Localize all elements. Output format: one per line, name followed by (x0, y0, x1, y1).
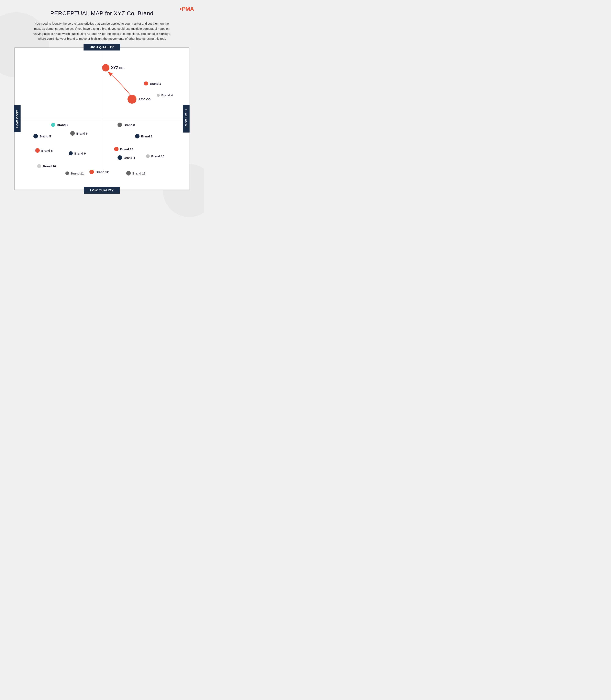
brand-circle-brand11 (65, 171, 69, 175)
brand-dot-xyz-target: XYZ co. (102, 64, 124, 72)
brand-label-xyz-current: XYZ co. (138, 97, 151, 102)
page-title: PERCEPTUAL MAP for XYZ Co. Brand (12, 10, 191, 17)
brand-dot-brand4-top: Brand 4 (157, 93, 173, 97)
brand-dot-brand1: Brand 1 (144, 81, 161, 86)
brand-label-brand4-bottom: Brand 4 (124, 156, 135, 159)
brand-dot-brand2: Brand 2 (135, 134, 152, 138)
pma-logo: PMA (180, 6, 194, 12)
brand-circle-brand12 (89, 170, 94, 174)
brand-label-brand6: Brand 6 (41, 149, 53, 152)
brand-dot-brand13: Brand 13 (114, 147, 133, 151)
brand-label-brand12: Brand 12 (95, 170, 108, 174)
brand-circle-brand6 (35, 148, 40, 153)
brand-dot-xyz-current: XYZ co. (128, 95, 151, 104)
brand-label-brand16: Brand 16 (132, 172, 145, 175)
brand-circle-brand7 (51, 123, 55, 127)
brand-dot-brand6: Brand 6 (35, 148, 53, 153)
brand-label-brand11: Brand 11 (71, 172, 84, 175)
brand-dot-brand7: Brand 7 (51, 123, 68, 127)
brand-label-xyz-target: XYZ co. (111, 66, 124, 70)
brand-circle-brand13 (114, 147, 119, 151)
description-text: You need to identify the core characteri… (33, 21, 171, 41)
brand-circle-brand16 (126, 171, 131, 176)
brand-dot-brand11: Brand 11 (65, 171, 84, 175)
brand-circle-xyz-target (102, 64, 109, 72)
brand-label-brand1: Brand 1 (150, 82, 161, 85)
brand-circle-brand15 (146, 154, 150, 158)
perceptual-map: HIGH QUALITY LOW QUALITY LOW COST HIGH C… (14, 47, 190, 190)
brand-circle-brand8-left (70, 131, 75, 136)
brand-circle-brand9 (69, 151, 73, 155)
brand-label-brand5: Brand 5 (40, 135, 51, 138)
brand-dot-brand12: Brand 12 (89, 170, 108, 174)
brand-label-brand2: Brand 2 (141, 135, 152, 138)
brand-circle-brand5 (33, 134, 38, 138)
brand-circle-brand8-right (118, 123, 122, 127)
brand-circle-brand10 (37, 164, 41, 168)
brand-dot-brand15: Brand 15 (146, 154, 164, 158)
brand-dot-brand8-right: Brand 8 (118, 123, 135, 127)
brand-circle-brand4-bottom (118, 155, 122, 160)
axis-right-label: HIGH COST (183, 105, 190, 133)
brand-dot-brand5: Brand 5 (33, 134, 51, 138)
brand-label-brand8-right: Brand 8 (124, 123, 135, 127)
brand-label-brand15: Brand 15 (151, 154, 164, 158)
brand-label-brand7: Brand 7 (57, 123, 68, 127)
brand-circle-xyz-current (128, 95, 136, 104)
brand-circle-brand1 (144, 81, 148, 86)
brand-circle-brand4-top (157, 94, 160, 97)
axis-left-label: LOW COST (14, 105, 20, 132)
brand-label-brand10: Brand 10 (43, 165, 56, 168)
brand-dot-brand9: Brand 9 (69, 151, 86, 155)
brand-dot-brand16: Brand 16 (126, 171, 145, 176)
axis-bottom-label: LOW QUALITY (84, 187, 120, 194)
brand-label-brand8-left: Brand 8 (76, 132, 88, 135)
brand-label-brand4-top: Brand 4 (161, 93, 173, 97)
map-box: XYZ co.XYZ co.Brand 1Brand 4Brand 7Brand… (14, 47, 190, 190)
brand-dot-brand10: Brand 10 (37, 164, 56, 168)
brand-label-brand9: Brand 9 (74, 152, 86, 155)
brand-dot-brand4-bottom: Brand 4 (118, 155, 135, 160)
brand-circle-brand2 (135, 134, 139, 138)
axis-top-label: HIGH QUALITY (84, 44, 120, 50)
brand-label-brand13: Brand 13 (120, 148, 133, 151)
brand-dot-brand8-left: Brand 8 (70, 131, 88, 136)
